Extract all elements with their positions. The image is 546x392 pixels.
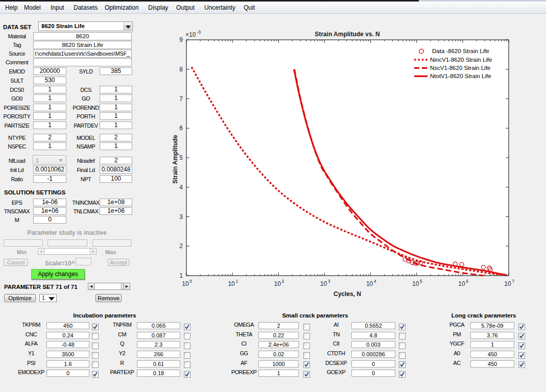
svg-text:10: 10: [228, 280, 235, 287]
svg-text:2: 2: [179, 242, 183, 250]
svg-text:10: 10: [458, 280, 465, 287]
svg-text:NscV1-8620 Strain Life: NscV1-8620 Strain Life: [430, 65, 490, 71]
svg-text:10: 10: [320, 280, 327, 287]
svg-text:6: 6: [179, 125, 183, 132]
svg-text:8: 8: [179, 66, 183, 73]
svg-text:10: 10: [366, 280, 373, 287]
svg-text:10: 10: [412, 280, 419, 287]
svg-text:NtotV1-8620 Strain Life: NtotV1-8620 Strain Life: [430, 73, 491, 79]
svg-text:5: 5: [420, 279, 422, 284]
svg-text:NincV1-8620 Strain Life: NincV1-8620 Strain Life: [430, 57, 492, 63]
svg-text:10: 10: [274, 280, 281, 287]
svg-text:9: 9: [179, 36, 183, 43]
svg-text:10: 10: [504, 280, 511, 287]
svg-text:-3: -3: [197, 30, 201, 35]
svg-text:2: 2: [282, 279, 284, 284]
svg-text:Strain Amplitude vs. N: Strain Amplitude vs. N: [315, 31, 380, 38]
svg-text:7: 7: [512, 279, 514, 284]
svg-text:10: 10: [182, 280, 189, 287]
svg-text:Strain Amplitude: Strain Amplitude: [172, 135, 179, 184]
svg-text:7: 7: [179, 95, 183, 103]
svg-text:×10: ×10: [185, 31, 196, 38]
svg-text:3: 3: [179, 213, 183, 220]
svg-text:0: 0: [189, 279, 192, 284]
svg-text:1: 1: [179, 272, 183, 279]
svg-text:6: 6: [466, 279, 468, 284]
svg-text:Data -8620 Strain Life: Data -8620 Strain Life: [432, 48, 489, 54]
svg-text:Cycles, N: Cycles, N: [334, 290, 361, 298]
svg-text:4: 4: [179, 184, 183, 191]
svg-text:3: 3: [328, 279, 330, 284]
svg-text:5: 5: [179, 154, 183, 161]
svg-text:1: 1: [235, 279, 238, 284]
svg-text:4: 4: [374, 279, 376, 284]
